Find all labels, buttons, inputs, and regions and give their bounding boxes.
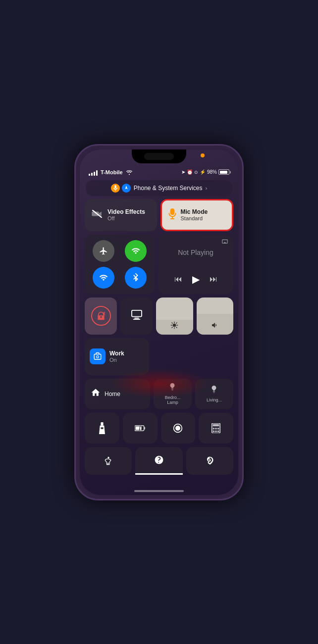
control-center: Video Effects Off Mic Mode (85, 199, 233, 475)
battery-percent: 98% (207, 169, 217, 175)
battery-status-button[interactable] (123, 413, 158, 444)
signal-bar-3 (94, 172, 95, 176)
battery-fill (220, 171, 227, 174)
svg-rect-21 (172, 390, 174, 390)
shazam-button[interactable] (135, 447, 182, 475)
media-rewind-button[interactable]: ⏮ (174, 275, 182, 284)
svg-point-39 (215, 430, 217, 432)
row-focus: Work On (85, 338, 233, 375)
airplane-mode-button[interactable] (93, 240, 114, 262)
living-bulb-icon (211, 385, 217, 396)
wifi-toggle-button[interactable] (93, 267, 114, 289)
row-connectivity-media: Not Playing ⏮ ▶ ⏭ (85, 235, 233, 294)
video-slash-icon (92, 210, 103, 220)
svg-rect-26 (101, 427, 103, 429)
bedroom-bulb-icon (169, 383, 176, 394)
svg-rect-3 (170, 208, 174, 215)
svg-line-17 (172, 327, 172, 327)
work-focus-subtitle: On (109, 357, 124, 363)
signal-bar-4 (96, 170, 98, 176)
mic-icon (168, 208, 177, 222)
brightness-slider[interactable] (156, 297, 193, 335)
video-effects-title: Video Effects (107, 208, 145, 215)
svg-line-16 (176, 322, 177, 323)
location-icon: ➤ (181, 169, 185, 175)
wifi-icon (126, 169, 133, 175)
battery-charging-icon: ⚡ (200, 169, 206, 175)
screen-lock-rotation-button[interactable] (85, 297, 117, 335)
bluetooth-button[interactable] (125, 267, 147, 289)
lock-rotation-icon (91, 306, 111, 326)
cellular-button[interactable] (125, 240, 147, 262)
svg-rect-18 (94, 354, 101, 360)
header-app-icons (111, 184, 131, 193)
bedroom-lamp-text: Bedro...Lamp (165, 395, 181, 405)
svg-rect-29 (135, 426, 141, 430)
work-focus-text: Work On (109, 350, 124, 363)
flashlight-button[interactable] (85, 413, 119, 444)
svg-rect-20 (171, 389, 174, 390)
video-effects-button[interactable]: Video Effects Off (85, 199, 157, 231)
row-utilities (85, 413, 233, 444)
svg-point-35 (213, 428, 215, 430)
calculator-button[interactable] (199, 413, 233, 444)
home-indicator (134, 490, 184, 492)
header-notification-bar[interactable]: Phone & System Services › (86, 180, 232, 196)
notch (132, 149, 186, 163)
hearing-button[interactable] (186, 447, 233, 475)
volume-up-button[interactable] (74, 227, 75, 252)
header-chevron-icon: › (206, 185, 208, 191)
mic-mode-button[interactable]: Mic Mode Standard (160, 199, 234, 231)
carrier-name: T-Mobile (101, 169, 123, 175)
svg-rect-0 (114, 185, 116, 189)
svg-point-40 (217, 430, 219, 432)
svg-point-41 (107, 456, 109, 458)
power-button[interactable] (243, 235, 244, 274)
status-left: T-Mobile (89, 169, 133, 176)
screen-mirror-icon (131, 310, 142, 322)
media-play-button[interactable]: ▶ (192, 273, 200, 285)
media-airplay-icon[interactable] (221, 239, 228, 247)
mic-mode-text: Mic Mode Standard (181, 208, 208, 221)
mute-button[interactable] (74, 205, 75, 221)
phone-frame: T-Mobile ➤ ⏰ ⊙ ⚡ 98% (74, 144, 244, 500)
media-not-playing-text: Not Playing (178, 248, 213, 256)
accessibility-button[interactable] (85, 447, 132, 475)
home-button[interactable]: Home (85, 379, 150, 409)
row-home: Home Bedro...Lamp (85, 379, 233, 409)
svg-rect-22 (213, 391, 215, 392)
media-player-tile: Not Playing ⏮ ▶ ⏭ (158, 235, 233, 294)
svg-rect-28 (144, 427, 145, 429)
bedroom-lamp-button[interactable]: Bedro...Lamp (154, 379, 192, 409)
screen-record-button[interactable] (161, 413, 196, 444)
living-room-button[interactable]: Living... (195, 379, 233, 409)
volume-icon (211, 321, 219, 331)
svg-rect-6 (132, 310, 142, 316)
status-right: ➤ ⏰ ⊙ ⚡ 98% (181, 169, 229, 175)
screen-mirror-button[interactable] (120, 297, 153, 335)
svg-line-30 (139, 425, 140, 430)
volume-down-button[interactable] (74, 257, 75, 282)
header-service-text: Phone & System Services (134, 185, 203, 192)
battery-icon (218, 169, 229, 175)
volume-slider[interactable] (197, 297, 234, 335)
sliders-container (156, 297, 233, 335)
connectivity-tile (85, 235, 155, 294)
signal-bar-1 (89, 174, 90, 176)
mic-mode-subtitle: Standard (181, 215, 208, 221)
work-focus-button[interactable]: Work On (85, 338, 149, 375)
svg-marker-25 (99, 425, 105, 434)
mic-active-indicator (201, 153, 205, 157)
screen-record-icon: ⊙ (194, 170, 198, 175)
mic-mode-title: Mic Mode (181, 208, 208, 215)
svg-point-9 (173, 323, 176, 327)
svg-line-15 (176, 327, 177, 327)
phone-screen: T-Mobile ➤ ⏰ ⊙ ⚡ 98% (80, 149, 238, 495)
video-effects-subtitle: Off (107, 215, 145, 221)
svg-point-36 (215, 428, 217, 430)
svg-line-14 (172, 322, 172, 323)
svg-point-19 (97, 356, 99, 358)
living-room-text: Living... (207, 397, 222, 402)
media-fast-forward-button[interactable]: ⏭ (210, 275, 217, 284)
alarm-icon: ⏰ (187, 169, 193, 175)
